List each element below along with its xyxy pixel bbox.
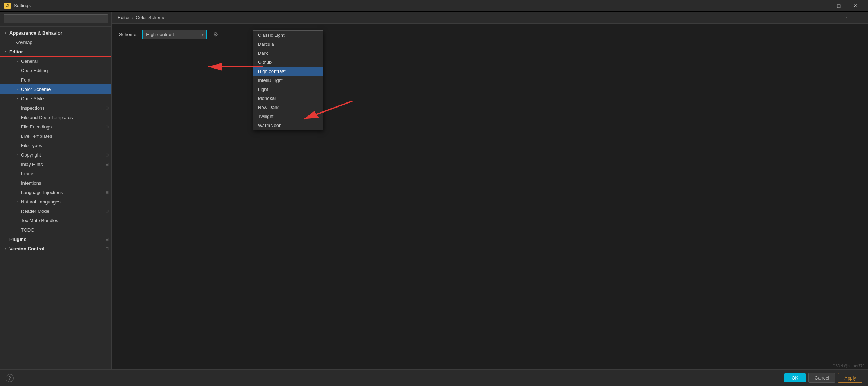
sidebar-item-label: Natural Languages bbox=[21, 199, 109, 205]
dropdown-item-monokai[interactable]: Monokai bbox=[253, 94, 323, 103]
minimize-button[interactable]: ─ bbox=[814, 0, 830, 12]
chevron-icon bbox=[3, 49, 9, 54]
dropdown-item-darcula[interactable]: Darcula bbox=[253, 40, 323, 49]
sidebar-item-label: Emmet bbox=[21, 171, 109, 176]
dropdown-item-new-dark[interactable]: New Dark bbox=[253, 103, 323, 112]
chevron-icon bbox=[14, 86, 20, 92]
sidebar-item-file-types[interactable]: File Types bbox=[0, 141, 111, 150]
sidebar-item-version-control[interactable]: Version Control⊞ bbox=[0, 244, 111, 253]
watermark: CSDN @hacker770 bbox=[833, 364, 864, 368]
dropdown-item-twilight[interactable]: Twilight bbox=[253, 112, 323, 121]
search-box bbox=[0, 12, 111, 27]
settings-dialog: Appearance & BehaviorKeymapEditorGeneral… bbox=[0, 12, 868, 386]
help-button[interactable]: ? bbox=[6, 374, 14, 382]
bottom-right: OK Cancel Apply bbox=[784, 373, 862, 383]
sidebar-item-label: Inspections bbox=[21, 105, 104, 111]
settings-icon: ⊞ bbox=[105, 153, 109, 157]
sidebar-item-color-scheme[interactable]: Color Scheme bbox=[0, 84, 111, 94]
sidebar-item-label: TextMate Bundles bbox=[21, 218, 109, 223]
sidebar-item-label: Intentions bbox=[21, 180, 109, 186]
sidebar-item-label: Code Style bbox=[21, 96, 109, 101]
main-panel: Editor › Color Scheme ← → Scheme: Classi… bbox=[112, 12, 868, 369]
window-title: Settings bbox=[14, 3, 31, 8]
sidebar-item-label: Version Control bbox=[9, 246, 104, 251]
title-bar-controls: ─ □ ✕ bbox=[814, 0, 864, 12]
scheme-select[interactable]: Classic LightDarculaDarkGithubHigh contr… bbox=[142, 30, 207, 39]
sidebar-item-textmate-bundles[interactable]: TextMate Bundles bbox=[0, 216, 111, 225]
sidebar-item-label: Editor bbox=[9, 49, 109, 54]
sidebar-item-live-templates[interactable]: Live Templates bbox=[0, 131, 111, 141]
sidebar-item-label: Keymap bbox=[15, 40, 109, 45]
sidebar-item-inlay-hints[interactable]: Inlay Hints⊞ bbox=[0, 159, 111, 169]
sidebar-item-label: Language Injections bbox=[21, 190, 104, 195]
dropdown-item-light[interactable]: Light bbox=[253, 85, 323, 94]
sidebar-item-inspections[interactable]: Inspections⊞ bbox=[0, 103, 111, 113]
cancel-button[interactable]: Cancel bbox=[808, 373, 835, 383]
apply-button[interactable]: Apply bbox=[838, 373, 862, 383]
dropdown-item-github[interactable]: Github bbox=[253, 58, 323, 67]
sidebar-item-copyright[interactable]: Copyright⊞ bbox=[0, 150, 111, 159]
bottom-left: ? bbox=[6, 374, 14, 382]
sidebar-item-label: Font bbox=[21, 77, 109, 83]
sidebar-item-general[interactable]: General bbox=[0, 56, 111, 66]
sidebar-item-label: File Types bbox=[21, 143, 109, 148]
bottom-bar: ? OK Cancel Apply bbox=[0, 369, 868, 386]
sidebar-item-label: Code Editing bbox=[21, 68, 109, 73]
sidebar-item-file-code-templates[interactable]: File and Code Templates bbox=[0, 113, 111, 122]
ok-button[interactable]: OK bbox=[784, 373, 806, 382]
gear-button[interactable]: ⚙ bbox=[211, 30, 220, 39]
sidebar-item-code-editing[interactable]: Code Editing bbox=[0, 66, 111, 75]
sidebar-item-font[interactable]: Font bbox=[0, 75, 111, 84]
annotation-overlay bbox=[112, 12, 868, 369]
breadcrumb-parent: Editor bbox=[118, 15, 130, 20]
sidebar-item-code-style[interactable]: Code Style bbox=[0, 94, 111, 103]
dropdown-item-high-contrast[interactable]: High contrast bbox=[253, 67, 323, 76]
sidebar-item-plugins[interactable]: Plugins⊞ bbox=[0, 234, 111, 244]
chevron-icon bbox=[14, 199, 20, 205]
sidebar-item-label: Reader Mode bbox=[21, 209, 104, 214]
sidebar-item-appearance[interactable]: Appearance & Behavior bbox=[0, 28, 111, 38]
sidebar-item-natural-languages[interactable]: Natural Languages bbox=[0, 197, 111, 206]
scheme-row: Scheme: Classic LightDarculaDarkGithubHi… bbox=[112, 24, 868, 45]
settings-icon: ⊞ bbox=[105, 124, 109, 129]
search-input[interactable] bbox=[4, 14, 108, 23]
sidebar-item-language-injections[interactable]: Language Injections⊞ bbox=[0, 188, 111, 197]
scheme-dropdown-overlay: Classic LightDarculaDarkGithubHigh contr… bbox=[253, 30, 323, 130]
sidebar-item-label: Color Scheme bbox=[21, 87, 109, 92]
breadcrumb: Editor › Color Scheme bbox=[118, 15, 166, 20]
sidebar-item-intentions[interactable]: Intentions bbox=[0, 178, 111, 188]
settings-icon: ⊞ bbox=[105, 162, 109, 167]
dropdown-item-classic-light[interactable]: Classic Light bbox=[253, 31, 323, 40]
settings-icon: ⊞ bbox=[105, 190, 109, 195]
dropdown-item-dark[interactable]: Dark bbox=[253, 49, 323, 58]
sidebar-item-keymap[interactable]: Keymap bbox=[0, 38, 111, 47]
nav-forward-button[interactable]: → bbox=[854, 14, 862, 21]
sidebar-item-label: Plugins bbox=[9, 237, 104, 242]
sidebar-item-todo[interactable]: TODO bbox=[0, 225, 111, 234]
dropdown-item-warmneon[interactable]: WarmNeon bbox=[253, 121, 323, 130]
sidebar-item-label: Live Templates bbox=[21, 133, 109, 139]
sidebar-item-editor[interactable]: Editor bbox=[0, 47, 111, 56]
settings-icon: ⊞ bbox=[105, 209, 109, 214]
scheme-label: Scheme: bbox=[119, 32, 137, 37]
chevron-icon bbox=[14, 58, 20, 64]
chevron-icon bbox=[3, 30, 9, 36]
app-icon: J bbox=[4, 3, 11, 9]
breadcrumb-current: Color Scheme bbox=[136, 15, 165, 20]
settings-icon: ⊞ bbox=[105, 246, 109, 251]
sidebar-item-file-encodings[interactable]: File Encodings⊞ bbox=[0, 122, 111, 131]
sidebar-item-emmet[interactable]: Emmet bbox=[0, 169, 111, 178]
close-button[interactable]: ✕ bbox=[847, 0, 864, 12]
sidebar: Appearance & BehaviorKeymapEditorGeneral… bbox=[0, 12, 112, 369]
sidebar-item-label: Inlay Hints bbox=[21, 162, 104, 167]
sidebar-item-label: TODO bbox=[21, 227, 109, 233]
title-bar-left: J Settings bbox=[4, 3, 31, 9]
sidebar-tree: Appearance & BehaviorKeymapEditorGeneral… bbox=[0, 27, 111, 369]
dropdown-item-intellij-light[interactable]: IntelliJ Light bbox=[253, 76, 323, 85]
sidebar-item-label: Appearance & Behavior bbox=[9, 30, 109, 36]
maximize-button[interactable]: □ bbox=[830, 0, 847, 12]
sidebar-item-reader-mode[interactable]: Reader Mode⊞ bbox=[0, 206, 111, 216]
sidebar-item-label: Copyright bbox=[21, 152, 104, 158]
nav-back-button[interactable]: ← bbox=[843, 14, 852, 21]
settings-icon: ⊞ bbox=[105, 237, 109, 242]
